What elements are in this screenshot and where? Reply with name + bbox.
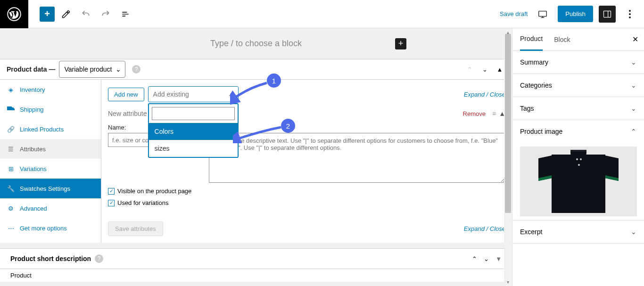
scrollbar[interactable]: ▴ ▾ [504,28,512,286]
remove-link[interactable]: Remove [463,110,486,117]
annotation-2: 2 [281,119,295,133]
sidebar-product-image[interactable]: Product image⌃ [512,120,644,143]
dropdown-option-sizes[interactable]: sizes [149,140,238,157]
triangle-down-icon[interactable]: ▼ [495,255,502,262]
add-existing-placeholder: Add existing [153,90,189,98]
undo-icon[interactable] [77,6,94,23]
svg-rect-1 [539,11,547,16]
arrow-icon [230,79,269,105]
sidebar-toggle-icon[interactable] [599,6,616,23]
preview-icon[interactable] [533,5,552,24]
used-variations-checkbox-row[interactable]: ✓ Used for variations [108,199,505,206]
scroll-down-icon[interactable]: ▾ [504,278,512,286]
chevron-up-icon: ⌃ [631,128,636,135]
help-icon[interactable]: ? [95,254,103,263]
settings-sidebar: Product Block ✕ Summary⌄ Categories⌄ Tag… [512,28,644,286]
svg-point-4 [629,10,631,12]
add-block-button[interactable]: + [40,7,55,22]
short-description-label: Product short description [10,255,91,262]
top-toolbar: + Save draft Publish [0,0,644,28]
product-image-preview[interactable] [520,147,637,216]
drag-icon[interactable]: ≡ [492,110,496,117]
product-data-header: Product data — Variable product ⌄ ? ⌃ ⌄ … [0,59,512,80]
tab-linked-products[interactable]: 🔗Linked Products [0,119,101,139]
expand-collapse-link-bottom[interactable]: Expand / Close [464,225,505,232]
new-attribute-label: New attribute [108,110,147,117]
arrow-up-icon[interactable]: ⌃ [464,64,475,75]
tab-attributes[interactable]: ☰Attributes [0,139,101,159]
arrow-up-icon[interactable]: ⌃ [472,255,477,262]
svg-point-6 [629,16,631,18]
svg-point-5 [629,13,631,15]
wrench-icon: 🔧 [7,185,15,192]
chevron-down-icon: ⌄ [631,58,636,66]
annotation-1: 1 [267,74,281,88]
arrow-down-icon[interactable]: ⌄ [479,64,490,75]
attributes-panel: Add new Add existing ⌄ Colors sizes Expa… [101,80,512,243]
link-icon: 🔗 [7,126,15,133]
add-new-button[interactable]: Add new [108,88,144,101]
close-sidebar-icon[interactable]: ✕ [632,35,638,44]
edit-icon[interactable] [58,6,74,23]
arrow-down-icon[interactable]: ⌄ [484,255,489,262]
visible-label: Visible on the product page [117,188,191,195]
gear-icon: ⚙ [7,205,15,212]
product-type-value: Variable product [64,65,112,73]
sidebar-tags[interactable]: Tags⌄ [512,97,644,120]
add-existing-select[interactable]: Add existing ⌄ [148,86,239,102]
tab-get-more[interactable]: ⋯Get more options [0,218,101,238]
save-attributes-button[interactable]: Save attributes [108,221,163,236]
attribute-dropdown: Colors sizes [148,103,239,158]
shipping-icon [7,106,15,112]
block-placeholder[interactable]: Type / to choose a block + [0,28,512,59]
dropdown-option-colors[interactable]: Colors [149,123,238,140]
inventory-icon: ◈ [7,86,15,93]
main-editor: Type / to choose a block + Product data … [0,28,512,286]
list-icon: ☰ [7,146,15,153]
product-data-label: Product data — [7,65,55,73]
tab-inventory[interactable]: ◈Inventory [0,80,101,99]
checkbox-checked-icon: ✓ [108,200,115,206]
svg-rect-7 [7,106,12,110]
short-description-header: Product short description ? ⌃ ⌄ ▼ [0,248,512,269]
sidebar-categories[interactable]: Categories⌄ [512,74,644,97]
checkbox-checked-icon: ✓ [108,188,115,195]
used-variations-label: Used for variations [117,199,168,206]
expand-collapse-link-top[interactable]: Expand / Close [464,91,505,98]
wordpress-logo[interactable] [0,0,28,28]
product-type-select[interactable]: Variable product ⌄ [59,61,125,78]
shirt-graphic [538,150,619,213]
sidebar-tab-product[interactable]: Product [520,28,543,51]
attribute-search-input[interactable] [152,107,235,120]
tab-swatches-settings[interactable]: 🔧Swatches Settings [0,179,101,198]
chevron-down-icon: ⌄ [631,228,636,236]
sidebar-summary[interactable]: Summary⌄ [512,51,644,74]
redo-icon[interactable] [97,6,114,23]
sidebar-excerpt[interactable]: Excerpt⌄ [512,220,644,244]
help-icon[interactable]: ? [132,65,140,74]
block-insert-button[interactable]: + [395,38,406,49]
sidebar-tab-block[interactable]: Block [554,28,570,51]
grid-icon: ⊞ [7,165,15,172]
arrow-icon [233,124,283,143]
list-view-icon[interactable] [117,6,134,23]
product-tabs: ◈Inventory Shipping 🔗Linked Products ☰At… [0,80,101,243]
footer-label: Product [0,269,512,282]
tab-shipping[interactable]: Shipping [0,99,101,119]
scroll-thumb[interactable] [505,34,511,213]
tab-variations[interactable]: ⊞Variations [0,159,101,179]
more-icon: ⋯ [7,225,15,232]
visible-checkbox-row[interactable]: ✓ Visible on the product page [108,188,505,195]
save-draft-link[interactable]: Save draft [500,10,528,17]
block-placeholder-text: Type / to choose a block [210,39,302,49]
more-menu-icon[interactable] [621,6,638,23]
svg-rect-2 [604,11,611,17]
chevron-down-icon: ⌄ [631,105,636,112]
publish-button[interactable]: Publish [558,6,593,22]
chevron-down-icon: ⌄ [631,82,636,89]
tab-advanced[interactable]: ⚙Advanced [0,198,101,218]
chevron-down-icon: ⌄ [116,65,121,73]
